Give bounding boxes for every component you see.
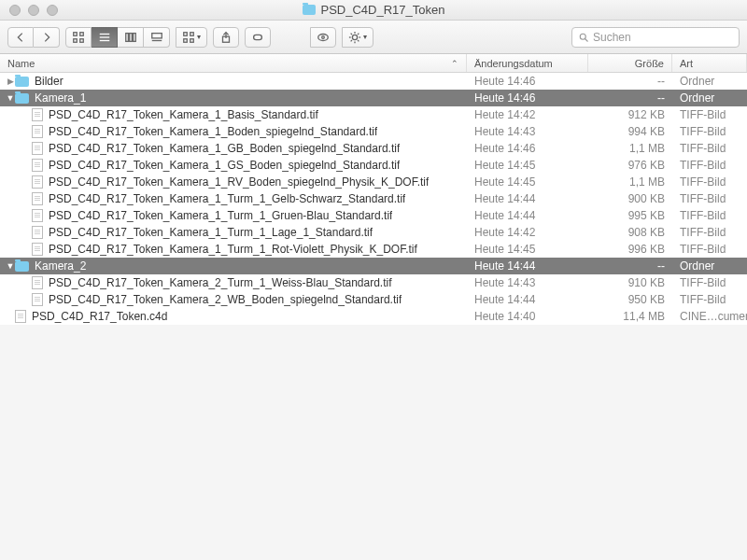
file-name: PSD_C4D_R17_Token_Kamera_2_WB_Boden_spie… (49, 293, 402, 306)
file-list[interactable]: ▶BilderHeute 14:46--Ordner▼Kamera_1Heute… (0, 73, 747, 560)
svg-rect-12 (184, 32, 188, 35)
file-row[interactable]: PSD_C4D_R17_Token_Kamera_1_Turm_1_Gelb-S… (0, 190, 747, 207)
close-window-button[interactable] (9, 5, 21, 16)
file-name: PSD_C4D_R17_Token_Kamera_1_Boden_spiegel… (49, 125, 377, 138)
file-kind: CINE…cument (672, 310, 747, 323)
disclosure-triangle[interactable]: ▼ (6, 93, 15, 103)
file-size: 950 KB (588, 293, 672, 306)
file-size: -- (588, 91, 672, 105)
search-icon (578, 32, 589, 43)
file-kind: TIFF-Bild (672, 276, 747, 289)
file-size: 11,4 MB (588, 310, 672, 323)
file-row[interactable]: PSD_C4D_R17_Token_Kamera_1_GB_Boden_spie… (0, 140, 747, 157)
sort-ascending-icon: ⌃ (451, 59, 458, 68)
file-name: PSD_C4D_R17_Token_Kamera_1_Turm_1_Gelb-S… (49, 192, 405, 205)
list-view-button[interactable] (92, 27, 118, 48)
file-size: -- (588, 75, 672, 88)
nav-group (7, 27, 60, 48)
file-date: Heute 14:40 (467, 310, 588, 323)
share-icon (219, 31, 233, 44)
file-kind: Ordner (672, 91, 747, 105)
column-name[interactable]: Name⌃ (0, 54, 467, 72)
file-row[interactable]: PSD_C4D_R17_Token_Kamera_1_RV_Boden_spie… (0, 174, 747, 190)
file-row[interactable]: PSD_C4D_R17_Token_Kamera_1_Basis_Standar… (0, 106, 747, 123)
file-icon (32, 192, 43, 205)
search-input[interactable]: Suchen (571, 27, 740, 48)
arrange-button[interactable]: ▾ (176, 27, 207, 48)
file-row[interactable]: PSD_C4D_R17_Token_Kamera_1_Turm_1_Gruen-… (0, 207, 747, 224)
svg-rect-0 (74, 32, 78, 35)
file-kind: TIFF-Bild (672, 192, 747, 205)
file-date: Heute 14:45 (467, 159, 588, 172)
icon-view-button[interactable] (65, 27, 92, 48)
file-name: PSD_C4D_R17_Token_Kamera_1_GB_Boden_spie… (49, 142, 400, 155)
column-kind[interactable]: Art (672, 54, 747, 72)
file-name: PSD_C4D_R17_Token.c4d (32, 310, 167, 323)
file-icon (32, 108, 43, 121)
file-row[interactable]: PSD_C4D_R17_Token_Kamera_1_Boden_spiegel… (0, 123, 747, 140)
file-date: Heute 14:42 (467, 226, 588, 239)
quicklook-button[interactable] (310, 27, 336, 48)
file-date: Heute 14:43 (467, 125, 588, 138)
column-headers: Name⌃ Änderungsdatum Größe Art (0, 54, 747, 73)
column-date[interactable]: Änderungsdatum (467, 54, 588, 72)
minimize-window-button[interactable] (28, 5, 39, 16)
svg-point-19 (318, 34, 329, 40)
svg-point-20 (322, 35, 325, 38)
svg-rect-15 (190, 38, 194, 42)
column-size[interactable]: Größe (588, 54, 672, 72)
file-name: PSD_C4D_R17_Token_Kamera_1_Turm_1_Gruen-… (49, 209, 392, 222)
file-row[interactable]: ▼Kamera_1Heute 14:46--Ordner (0, 90, 747, 106)
file-kind: Ordner (672, 259, 747, 273)
disclosure-triangle[interactable]: ▼ (6, 261, 15, 271)
file-name: PSD_C4D_R17_Token_Kamera_1_Turm_1_Rot-Vi… (49, 243, 417, 256)
svg-line-26 (351, 33, 352, 34)
toolbar: ▾ ▾ Suchen (0, 21, 747, 54)
file-kind: TIFF-Bild (672, 159, 747, 172)
file-row[interactable]: PSD_C4D_R17_Token.c4dHeute 14:4011,4 MBC… (0, 308, 747, 325)
zoom-window-button[interactable] (47, 5, 58, 16)
file-row[interactable]: PSD_C4D_R17_Token_Kamera_1_GS_Boden_spie… (0, 157, 747, 174)
file-date: Heute 14:46 (467, 91, 588, 105)
traffic-lights (0, 5, 58, 16)
chevron-left-icon (14, 31, 27, 44)
file-row[interactable]: PSD_C4D_R17_Token_Kamera_1_Turm_1_Rot-Vi… (0, 241, 747, 258)
file-row[interactable]: PSD_C4D_R17_Token_Kamera_2_Turm_1_Weiss-… (0, 274, 747, 291)
file-row[interactable]: ▼Kamera_2Heute 14:44--Ordner (0, 258, 747, 274)
svg-rect-8 (129, 33, 132, 41)
file-date: Heute 14:43 (467, 276, 588, 289)
file-size: 996 KB (588, 243, 672, 256)
share-button[interactable] (213, 27, 239, 48)
svg-rect-7 (125, 33, 128, 41)
disclosure-triangle[interactable]: ▶ (6, 77, 15, 86)
file-size: 994 KB (588, 125, 672, 138)
tags-button[interactable] (245, 27, 271, 48)
file-icon (32, 293, 43, 306)
file-size: -- (588, 259, 672, 273)
titlebar: PSD_C4D_R17_Token (0, 0, 747, 21)
svg-line-31 (585, 38, 588, 41)
back-button[interactable] (7, 27, 34, 48)
file-kind: TIFF-Bild (672, 226, 747, 239)
svg-rect-3 (80, 38, 84, 42)
file-kind: Ordner (672, 75, 747, 88)
coverflow-view-button[interactable] (144, 27, 170, 48)
forward-button[interactable] (34, 27, 60, 48)
svg-point-21 (352, 35, 357, 39)
file-row[interactable]: PSD_C4D_R17_Token_Kamera_1_Turm_1_Lage_1… (0, 224, 747, 241)
file-date: Heute 14:44 (467, 293, 588, 306)
window-title-text: PSD_C4D_R17_Token (321, 3, 445, 17)
file-size: 976 KB (588, 159, 672, 172)
file-name: Kamera_2 (35, 259, 86, 273)
file-kind: TIFF-Bild (672, 142, 747, 155)
action-button[interactable]: ▾ (342, 27, 374, 48)
folder-icon (303, 5, 316, 15)
file-row[interactable]: ▶BilderHeute 14:46--Ordner (0, 73, 747, 90)
file-date: Heute 14:46 (467, 142, 588, 155)
svg-point-30 (580, 34, 585, 39)
column-view-button[interactable] (118, 27, 144, 48)
file-row[interactable]: PSD_C4D_R17_Token_Kamera_2_WB_Boden_spie… (0, 291, 747, 308)
file-name: PSD_C4D_R17_Token_Kamera_1_RV_Boden_spie… (49, 175, 429, 189)
file-kind: TIFF-Bild (672, 209, 747, 222)
file-name: PSD_C4D_R17_Token_Kamera_1_GS_Boden_spie… (49, 159, 400, 172)
